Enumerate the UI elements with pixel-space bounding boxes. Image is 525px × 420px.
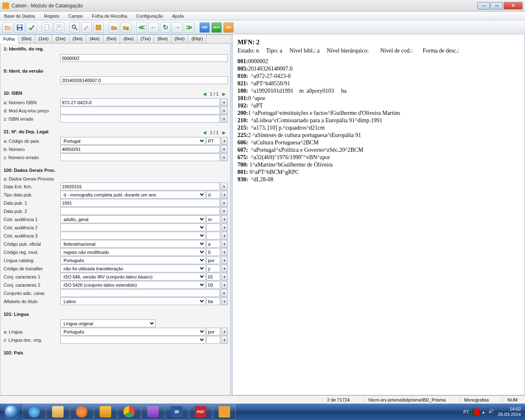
tab-6xx[interactable]: (6xx)	[120, 35, 137, 43]
tray-clock[interactable]: 14:02 26-03-2014	[498, 406, 521, 417]
tool-page-icon[interactable]	[54, 22, 64, 33]
field-101-top[interactable]: Língua original	[60, 320, 155, 327]
tab-3xx[interactable]: (3xx)	[69, 35, 86, 43]
tab-folha[interactable]: Folha	[0, 35, 18, 43]
field-010-input-1[interactable]	[60, 107, 220, 114]
form-body[interactable]: 1: Identific. do reg. 5: Ident. da versã…	[0, 43, 231, 395]
tool-mode2-icon[interactable]: ALP	[211, 22, 222, 33]
task-pdf[interactable]: PDF	[189, 404, 212, 420]
menu-registo[interactable]: Registo	[42, 13, 61, 19]
field-100-code-12[interactable]	[206, 281, 220, 289]
field-101-code-0[interactable]	[206, 328, 220, 336]
field-101-select-1[interactable]	[60, 336, 205, 344]
field-100-dd-13[interactable]: ▾	[221, 289, 228, 297]
tool-search-icon[interactable]	[69, 22, 80, 33]
field-010-dd-0[interactable]: ▾	[221, 98, 228, 106]
task-media[interactable]	[70, 404, 93, 420]
menu-folha[interactable]: Folha de Recolha	[90, 13, 129, 19]
tool-check-icon[interactable]	[26, 22, 37, 33]
tab-9xx[interactable]: (9xx)	[171, 35, 188, 43]
tray-chevron-icon[interactable]: ▴	[482, 409, 485, 415]
tab-4xx[interactable]: (4xx)	[86, 35, 103, 43]
field-021-code-0[interactable]	[206, 137, 220, 145]
field-100-select-6[interactable]	[60, 232, 205, 240]
sec21-prev-icon[interactable]: ◄	[202, 129, 208, 136]
close-button[interactable]: ✕	[504, 2, 523, 9]
field-100-dd-8[interactable]: ▾	[221, 248, 228, 256]
nav-prev-icon[interactable]: ←	[148, 22, 159, 33]
field-100-code-7[interactable]	[206, 240, 220, 248]
tool-open-icon[interactable]	[2, 22, 13, 33]
field-101-dd-0[interactable]: ▾	[221, 328, 228, 336]
minimize-button[interactable]: —	[477, 2, 490, 9]
tool-filter-icon[interactable]	[93, 22, 104, 33]
field-100-code-8[interactable]	[206, 248, 220, 256]
field-100-select-7[interactable]: federal/nacional	[60, 240, 205, 248]
sec10-prev-icon[interactable]: ◄	[202, 91, 208, 97]
tab-7xx[interactable]: (7xx)	[137, 35, 154, 43]
tab-8xx[interactable]: (8xx)	[154, 35, 171, 43]
field-100-dd-2[interactable]: ▾	[221, 199, 228, 207]
task-chrome[interactable]	[118, 404, 141, 420]
field-005[interactable]	[60, 76, 228, 84]
field-021-dd-2[interactable]: ▾	[221, 153, 228, 161]
field-100-code-11[interactable]	[206, 273, 220, 281]
field-021-input-1[interactable]	[60, 145, 220, 153]
field-100-dd-5[interactable]: ▾	[221, 224, 228, 231]
menu-config[interactable]: Configuração	[135, 13, 164, 19]
field-100-dd-11[interactable]: ▾	[221, 273, 228, 281]
field-021-dd-0[interactable]: ▾	[221, 137, 228, 145]
field-101-select-0[interactable]: Português	[60, 328, 205, 336]
field-021-input-2[interactable]	[60, 153, 220, 161]
nav-next-icon[interactable]: →	[172, 22, 183, 33]
field-100-dd-6[interactable]: ▾	[221, 232, 228, 240]
tool-edit-icon[interactable]	[81, 22, 92, 33]
tab-1xx[interactable]: (1xx)	[35, 35, 52, 43]
task-app1[interactable]	[142, 404, 164, 420]
field-100-dd-1[interactable]: ▾	[221, 191, 228, 199]
tool-mode1-icon[interactable]: SBI	[199, 22, 210, 33]
field-100-code-1[interactable]	[206, 191, 220, 199]
field-100-code-9[interactable]	[206, 256, 220, 264]
task-catwin[interactable]	[213, 404, 236, 420]
field-100-select-14[interactable]: Latino	[60, 297, 205, 305]
field-100-dd-14[interactable]: ▾	[221, 297, 228, 305]
task-word[interactable]: W	[165, 404, 188, 420]
field-010-input-2[interactable]	[60, 115, 220, 123]
field-101-code-1[interactable]	[206, 336, 220, 344]
field-100-select-11[interactable]: ISO 646, versão IRV (conjunto latino bás…	[60, 273, 205, 281]
field-100-select-10[interactable]: não foi utilizada transliteração	[60, 265, 205, 272]
field-100-select-5[interactable]	[60, 224, 205, 231]
sec21-next-icon[interactable]: ►	[221, 129, 227, 136]
task-explorer[interactable]	[46, 404, 69, 420]
task-outlook[interactable]	[94, 404, 117, 420]
field-010-dd-1[interactable]: ▾	[221, 107, 228, 114]
field-100-select-9[interactable]: Português	[60, 256, 205, 264]
field-100-select-4[interactable]: adulto, geral	[60, 215, 205, 223]
tab-0xx[interactable]: (0xx)	[18, 35, 35, 43]
tool-folder1-icon[interactable]	[109, 22, 119, 33]
field-100-dd-0[interactable]: ▾	[221, 183, 228, 190]
field-100-code-6[interactable]	[206, 232, 220, 240]
field-100-code-10[interactable]	[206, 265, 220, 272]
tab-etqr[interactable]: (Etqr)	[188, 35, 207, 43]
tool-save-icon[interactable]	[14, 22, 25, 33]
nav-first-icon[interactable]: ≪	[136, 22, 147, 33]
tool-mode3-icon[interactable]: SBI	[223, 22, 234, 33]
field-100-input-3[interactable]	[60, 207, 220, 215]
field-100-select-12[interactable]: ISO 5426 (conjunto latino extendido)	[60, 281, 205, 289]
field-021-select-0[interactable]: Portugal	[60, 137, 205, 145]
nav-last-icon[interactable]: ≫	[184, 22, 194, 33]
field-100-input-0[interactable]	[60, 183, 220, 190]
field-100-dd-9[interactable]: ▾	[221, 256, 228, 264]
field-001[interactable]	[60, 54, 228, 62]
start-button[interactable]	[1, 404, 22, 420]
field-100-select-8[interactable]: registo não modificado	[60, 248, 205, 256]
flag-icon[interactable]	[472, 409, 479, 415]
field-100-select-1[interactable]: d - monografia completa publ. durante um…	[60, 191, 205, 199]
tab-2xx[interactable]: (2xx)	[52, 35, 69, 43]
field-100-dd-3[interactable]: ▾	[221, 207, 228, 215]
tool-new-icon[interactable]	[42, 22, 52, 33]
menu-ajuda[interactable]: Ajuda	[171, 13, 185, 19]
task-ie[interactable]	[23, 404, 46, 420]
